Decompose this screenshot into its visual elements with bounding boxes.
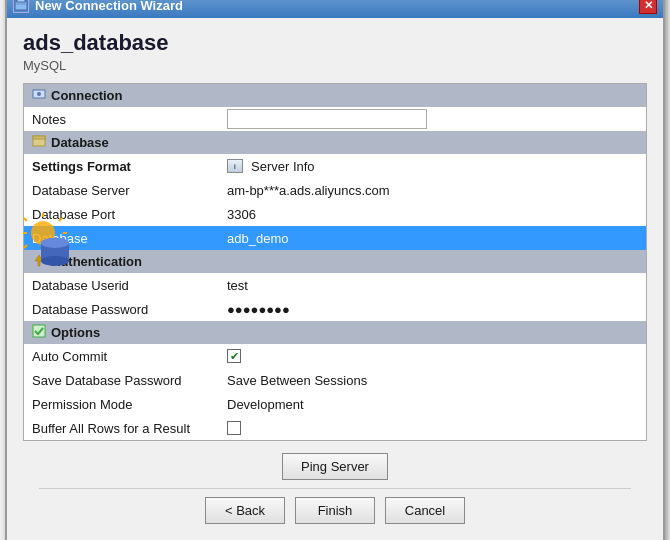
server-info-icon: i [227, 159, 243, 173]
notes-row: Notes [24, 107, 646, 131]
auto-commit-checkbox[interactable]: ✔ [227, 349, 241, 363]
svg-line-10 [59, 218, 62, 221]
svg-line-14 [24, 245, 27, 248]
svg-rect-7 [33, 325, 45, 337]
buffer-all-rows-value [227, 421, 638, 435]
svg-point-20 [41, 238, 69, 248]
app-subtitle: MySQL [23, 58, 647, 73]
connection-section-header: Connection [24, 84, 646, 107]
connection-icon [32, 87, 46, 104]
auth-section-header: Authentication [24, 250, 646, 273]
bottom-buttons: < Back Finish Cancel [23, 489, 647, 536]
database-password-row: Database Password ●●●●●●●● [24, 297, 646, 321]
permission-mode-value: Development [227, 397, 638, 412]
buffer-all-rows-row: Buffer All Rows for a Result [24, 416, 646, 440]
svg-rect-1 [17, 0, 25, 2]
options-section-label: Options [51, 325, 100, 340]
save-db-password-label: Save Database Password [32, 373, 227, 388]
database-port-row: Database Port 3306 [24, 202, 646, 226]
form-area: Connection Notes Database [23, 83, 647, 441]
cancel-button[interactable]: Cancel [385, 497, 465, 524]
content-area: ads_database MySQL Connection Notes [7, 18, 663, 540]
options-icon [32, 324, 46, 341]
settings-format-label: Settings Format [32, 159, 227, 174]
ping-server-button[interactable]: Ping Server [282, 453, 388, 480]
database-server-row: Database Server am-bp***a.ads.aliyuncs.c… [24, 178, 646, 202]
database-row: Database adb_demo [24, 226, 646, 250]
app-title: ads_database [23, 30, 647, 56]
close-button[interactable]: ✕ [639, 0, 657, 14]
window-title: New Connection Wizard [35, 0, 183, 13]
back-button[interactable]: < Back [205, 497, 285, 524]
permission-mode-row: Permission Mode Development [24, 392, 646, 416]
database-password-label: Database Password [32, 302, 227, 317]
database-port-value: 3306 [227, 207, 638, 222]
database-server-label: Database Server [32, 183, 227, 198]
finish-button[interactable]: Finish [295, 497, 375, 524]
settings-format-row: Settings Format i Server Info [24, 154, 646, 178]
database-value: adb_demo [227, 231, 638, 246]
database-section-label: Database [51, 135, 109, 150]
main-window: New Connection Wizard ✕ ads_database MyS… [5, 0, 665, 540]
titlebar-left: New Connection Wizard [13, 0, 183, 13]
window-icon [13, 0, 29, 13]
svg-point-4 [37, 92, 41, 96]
buffer-all-rows-checkbox[interactable] [227, 421, 241, 435]
options-section-header: Options [24, 321, 646, 344]
permission-mode-label: Permission Mode [32, 397, 227, 412]
save-db-password-row: Save Database Password Save Between Sess… [24, 368, 646, 392]
notes-input[interactable] [227, 109, 427, 129]
auto-commit-row: Auto Commit ✔ [24, 344, 646, 368]
auto-commit-value: ✔ [227, 349, 638, 363]
database-section-header: Database [24, 131, 646, 154]
settings-format-value: i Server Info [227, 159, 638, 174]
svg-rect-6 [33, 136, 45, 139]
save-db-password-value: Save Between Sessions [227, 373, 638, 388]
database-userid-value: test [227, 278, 638, 293]
titlebar: New Connection Wizard ✕ [7, 0, 663, 18]
auto-commit-label: Auto Commit [32, 349, 227, 364]
notes-value [227, 109, 638, 129]
svg-point-19 [41, 256, 69, 266]
buffer-all-rows-label: Buffer All Rows for a Result [32, 421, 227, 436]
svg-line-16 [24, 218, 27, 221]
connection-section-label: Connection [51, 88, 123, 103]
ping-server-row: Ping Server [23, 441, 647, 488]
database-userid-label: Database Userid [32, 278, 227, 293]
database-userid-row: Database Userid test [24, 273, 646, 297]
database-password-value: ●●●●●●●● [227, 302, 638, 317]
notes-label: Notes [32, 112, 227, 127]
database-sun-icon [23, 213, 77, 267]
database-icon [32, 134, 46, 151]
database-server-value: am-bp***a.ads.aliyuncs.com [227, 183, 638, 198]
